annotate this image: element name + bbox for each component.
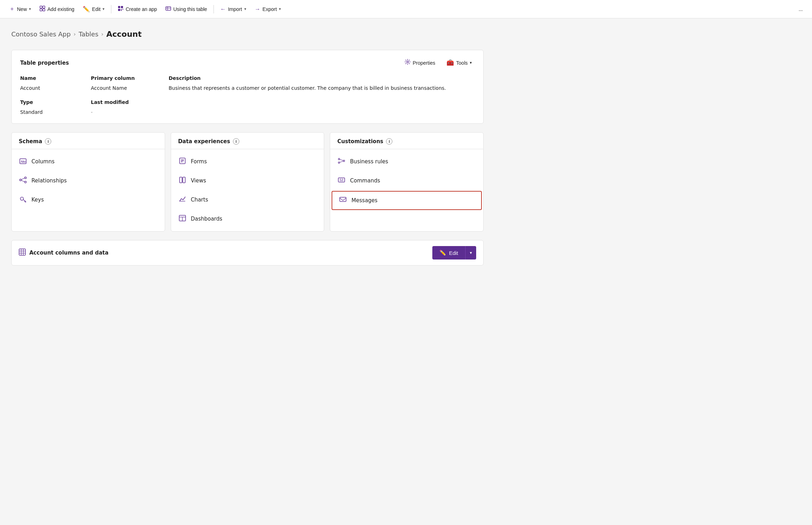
columns-label: Columns	[31, 158, 54, 165]
tools-button[interactable]: 🧰 Tools ▾	[444, 58, 475, 68]
svg-rect-0	[40, 6, 42, 8]
properties-label: Properties	[413, 60, 436, 66]
gear-icon	[404, 59, 411, 67]
keys-label: Keys	[31, 197, 44, 203]
columns-icon: Abc	[19, 157, 27, 166]
properties-button[interactable]: Properties	[402, 57, 438, 68]
bottom-bar-title: Account columns and data	[29, 250, 109, 256]
customizations-items: Business rules Commands	[330, 149, 483, 214]
breadcrumb-current: Account	[106, 30, 142, 39]
breadcrumb-tables[interactable]: Tables	[78, 30, 98, 38]
edit-icon: ✏️	[83, 6, 90, 12]
svg-rect-6	[118, 9, 120, 11]
prop-col-description: Description Business that represents a c…	[169, 75, 475, 115]
tools-chevron: ▾	[470, 60, 472, 65]
edit-dropdown-chevron: ▾	[470, 250, 472, 255]
forms-icon	[178, 157, 187, 166]
primary-col-label: Primary column	[91, 75, 169, 81]
toolbar-sep-1	[111, 5, 111, 13]
svg-point-15	[20, 179, 22, 181]
svg-point-36	[343, 160, 345, 162]
more-label: ...	[799, 6, 803, 12]
breadcrumb-sep-1: ›	[74, 31, 76, 37]
dashboards-label: Dashboards	[191, 216, 222, 222]
svg-rect-9	[166, 7, 171, 10]
svg-text:Abc: Abc	[21, 160, 26, 163]
tools-label: Tools	[456, 60, 468, 66]
card-actions: Properties 🧰 Tools ▾	[402, 57, 475, 68]
breadcrumb-sep-2: ›	[101, 31, 103, 37]
svg-point-35	[338, 162, 340, 163]
svg-rect-1	[43, 6, 45, 8]
using-table-button[interactable]: Using this table	[162, 4, 211, 15]
bottom-bar: Account columns and data ✏️ Edit ▾	[11, 240, 484, 266]
columns-item[interactable]: Abc Columns	[12, 152, 165, 171]
table-properties-card: Table properties Properties 🧰 Tools ▾	[11, 50, 484, 124]
import-chevron: ▾	[244, 7, 246, 11]
data-experiences-info-icon: i	[233, 138, 239, 145]
svg-line-18	[22, 178, 25, 180]
breadcrumb-app[interactable]: Contoso Sales App	[11, 30, 71, 38]
edit-label: Edit	[92, 6, 100, 12]
type-label: Type	[20, 99, 91, 105]
card-header: Table properties Properties 🧰 Tools ▾	[20, 57, 475, 68]
svg-rect-2	[40, 9, 42, 11]
toolbar-sep-2	[214, 5, 214, 13]
new-label: New	[17, 6, 27, 12]
commands-item[interactable]: Commands	[330, 171, 483, 190]
svg-rect-3	[43, 9, 45, 11]
messages-icon	[339, 196, 347, 205]
export-button[interactable]: → Export ▾	[251, 4, 285, 14]
edit-chevron-button[interactable]: ▾	[465, 246, 476, 259]
business-rules-item[interactable]: Business rules	[330, 152, 483, 171]
charts-item[interactable]: Charts	[171, 190, 324, 209]
export-chevron: ▾	[279, 7, 281, 11]
relationships-icon	[19, 176, 27, 185]
schema-title: Schema	[19, 138, 42, 145]
svg-rect-7	[121, 9, 122, 11]
edit-button[interactable]: ✏️ Edit ▾	[79, 4, 108, 14]
more-button[interactable]: ...	[795, 4, 806, 14]
commands-label: Commands	[350, 177, 380, 184]
relationships-label: Relationships	[31, 177, 67, 184]
tools-icon: 🧰	[446, 59, 454, 66]
new-button[interactable]: ＋ New ▾	[6, 3, 35, 15]
svg-point-34	[338, 158, 340, 160]
svg-line-19	[22, 180, 25, 182]
last-modified-label: Last modified	[91, 99, 169, 105]
forms-item[interactable]: Forms	[171, 152, 324, 171]
svg-rect-5	[121, 6, 123, 8]
data-experiences-header: Data experiences i	[171, 133, 324, 149]
charts-icon	[178, 195, 187, 204]
messages-label: Messages	[351, 197, 378, 204]
add-existing-button[interactable]: Add existing	[36, 4, 78, 15]
add-existing-label: Add existing	[47, 6, 74, 12]
plus-icon: ＋	[9, 5, 15, 13]
create-app-icon	[118, 6, 123, 13]
relationships-item[interactable]: Relationships	[12, 171, 165, 190]
keys-item[interactable]: Keys	[12, 190, 165, 209]
business-rules-label: Business rules	[350, 158, 388, 165]
svg-point-17	[25, 181, 27, 183]
edit-main-button[interactable]: ✏️ Edit	[432, 246, 465, 259]
svg-line-37	[340, 159, 343, 161]
import-button[interactable]: ← Import ▾	[217, 4, 250, 14]
business-rules-icon	[337, 157, 346, 166]
messages-item[interactable]: Messages	[332, 191, 482, 210]
description-label: Description	[169, 75, 475, 81]
description-value: Business that represents a customer or p…	[169, 85, 475, 91]
svg-rect-39	[338, 178, 345, 182]
edit-main-label: Edit	[449, 250, 458, 256]
views-label: Views	[191, 177, 206, 184]
name-value: Account	[20, 85, 91, 91]
properties-grid: Name Account Type Standard Primary colum…	[20, 75, 475, 115]
customizations-title: Customizations	[337, 138, 383, 145]
dashboards-item[interactable]: Dashboards	[171, 209, 324, 228]
create-app-button[interactable]: Create an app	[114, 4, 160, 15]
views-item[interactable]: Views	[171, 171, 324, 190]
edit-chevron: ▾	[103, 7, 105, 11]
import-icon: ←	[220, 6, 226, 12]
main-content: Contoso Sales App › Tables › Account Tab…	[0, 18, 495, 266]
bottom-bar-title-group: Account columns and data	[19, 249, 109, 257]
table-properties-title: Table properties	[20, 60, 69, 66]
